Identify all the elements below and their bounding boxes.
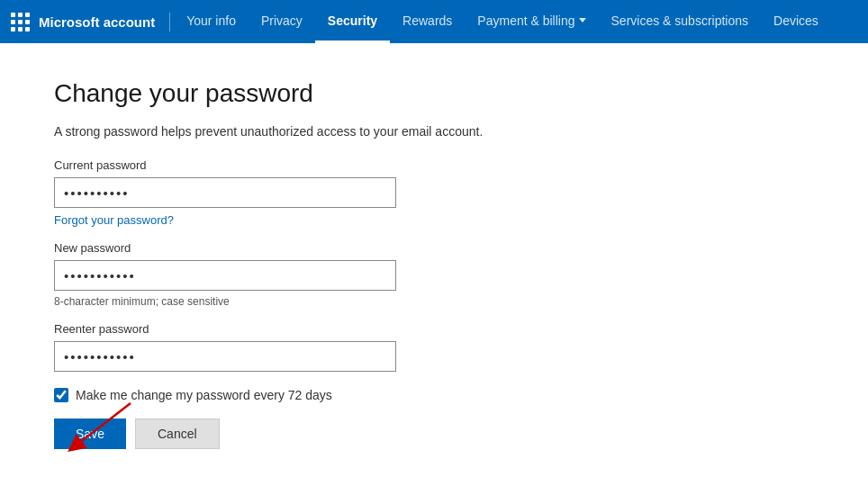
nav-bar: Microsoft account Your info Privacy Secu… [0,0,868,43]
button-row: Save Cancel [54,418,814,449]
waffle-icon[interactable] [11,13,30,32]
forgot-password-link[interactable]: Forgot your password? [54,213,174,227]
current-password-input[interactable] [54,177,396,208]
main-wrapper: Change your password A strong password h… [0,43,868,485]
current-password-section: Current password Forgot your password? [54,158,814,227]
nav-logo-area: Microsoft account [11,13,170,32]
checkbox-label[interactable]: Make me change my password every 72 days [76,388,332,402]
password-change-checkbox[interactable] [54,388,68,402]
checkbox-row: Make me change my password every 72 days [54,388,814,402]
nav-rewards[interactable]: Rewards [390,0,465,43]
nav-links: Your info Privacy Security Rewards Payme… [174,0,857,43]
current-password-label: Current password [54,158,814,172]
nav-your-info[interactable]: Your info [174,0,249,43]
reenter-password-label: Reenter password [54,322,814,336]
nav-privacy[interactable]: Privacy [249,0,315,43]
page-title: Change your password [54,79,814,108]
payment-billing-chevron-icon [579,18,586,22]
reenter-password-section: Reenter password [54,322,814,372]
nav-security[interactable]: Security [315,0,390,43]
main-content: Change your password A strong password h… [0,43,868,485]
password-hint: 8-character minimum; case sensitive [54,295,814,308]
new-password-section: New password 8-character minimum; case s… [54,241,814,308]
nav-services-subscriptions[interactable]: Services & subscriptions [599,0,762,43]
new-password-input[interactable] [54,260,396,291]
nav-devices[interactable]: Devices [761,0,831,43]
nav-brand[interactable]: Microsoft account [39,14,155,30]
save-button[interactable]: Save [54,418,126,449]
reenter-password-input[interactable] [54,341,396,372]
cancel-button[interactable]: Cancel [135,418,220,449]
page-description: A strong password helps prevent unauthor… [54,124,814,139]
nav-payment-billing[interactable]: Payment & billing [465,0,598,43]
new-password-label: New password [54,241,814,255]
